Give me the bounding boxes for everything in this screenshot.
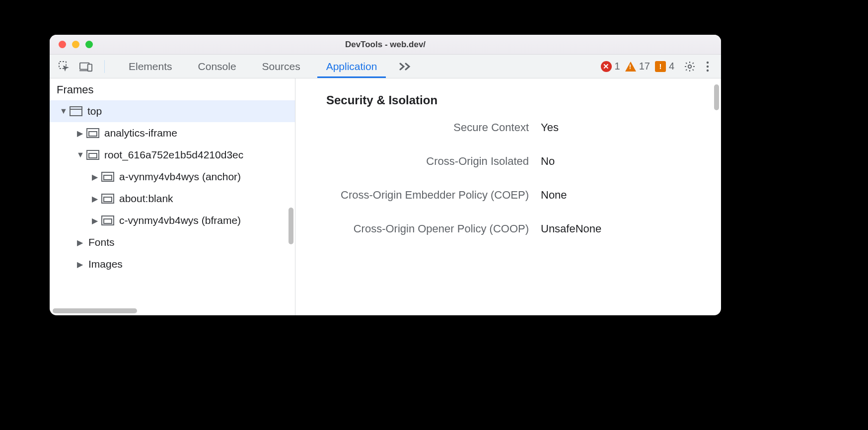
tab-application[interactable]: Application [313, 55, 390, 78]
tab-label: Sources [262, 61, 300, 72]
window-frame-icon [70, 106, 82, 116]
tree-item-top[interactable]: ▼ top [50, 100, 295, 122]
frames-sidebar: Frames ▼ top ▶ analytics-iframe [50, 78, 295, 315]
tree-item-fonts[interactable]: ▶ Fonts [50, 231, 295, 253]
traffic-lights [50, 41, 93, 48]
kv-value: No [541, 155, 721, 168]
iframe-icon [86, 128, 99, 138]
tree-item-label: top [87, 105, 102, 117]
tree-item-label: root_616a752e1b5d4210d3ec [104, 149, 243, 161]
disclosure-triangle-icon[interactable]: ▶ [76, 129, 83, 138]
devtools-toolbar: Elements Console Sources Application ✕ 1… [50, 55, 721, 78]
tree-item[interactable]: ▶ analytics-iframe [50, 122, 295, 144]
disclosure-triangle-icon[interactable]: ▶ [91, 216, 98, 225]
disclosure-triangle-icon[interactable]: ▶ [91, 172, 98, 182]
tab-console[interactable]: Console [185, 55, 249, 78]
issues-count: 4 [669, 61, 674, 72]
svg-rect-8 [70, 107, 82, 116]
titlebar: DevTools - web.dev/ [50, 35, 721, 55]
tab-elements[interactable]: Elements [116, 55, 185, 78]
tree-item[interactable]: ▶ about:blank [50, 188, 295, 210]
errors-counter[interactable]: ✕ 1 [601, 61, 620, 72]
svg-point-7 [707, 69, 709, 71]
svg-point-4 [688, 65, 691, 68]
frames-tree: ▼ top ▶ analytics-iframe ▼ [50, 100, 295, 275]
disclosure-triangle-icon[interactable]: ▼ [60, 107, 67, 116]
svg-rect-11 [89, 132, 97, 136]
tree-item-images[interactable]: ▶ Images [50, 253, 295, 275]
tree-item[interactable]: ▼ root_616a752e1b5d4210d3ec [50, 144, 295, 166]
disclosure-triangle-icon[interactable]: ▶ [91, 194, 98, 204]
panel-tabs: Elements Console Sources Application [116, 55, 390, 78]
settings-icon[interactable] [683, 60, 696, 73]
iframe-icon [101, 215, 114, 225]
iframe-icon [101, 172, 114, 182]
issue-icon: ! [655, 61, 666, 72]
kv-key: Cross-Origin Embedder Policy (COEP) [295, 189, 529, 202]
tab-label: Console [198, 61, 236, 72]
kv-value: None [541, 189, 721, 202]
sidebar-horizontal-scrollbar[interactable] [53, 308, 137, 313]
svg-point-6 [707, 65, 709, 67]
svg-point-5 [707, 61, 709, 63]
zoom-window-button[interactable] [85, 41, 93, 48]
tree-item-label: Images [88, 258, 123, 270]
disclosure-triangle-icon[interactable]: ▼ [76, 150, 83, 159]
svg-rect-17 [104, 197, 112, 202]
errors-count: 1 [615, 61, 620, 72]
window-title: DevTools - web.dev/ [50, 40, 721, 50]
section-heading: Security & Isolation [295, 93, 721, 121]
panel-body: Frames ▼ top ▶ analytics-iframe [50, 78, 721, 315]
iframe-icon [86, 150, 99, 160]
toolbar-separator [104, 60, 105, 73]
tree-item[interactable]: ▶ c-vynmy4vb4wys (bframe) [50, 210, 295, 231]
kebab-menu-icon[interactable] [701, 60, 714, 73]
security-isolation-table: Secure Context Yes Cross-Origin Isolated… [295, 121, 721, 235]
disclosure-triangle-icon[interactable]: ▶ [76, 260, 83, 269]
tab-sources[interactable]: Sources [249, 55, 313, 78]
frame-details: Security & Isolation Secure Context Yes … [295, 78, 721, 315]
tree-item-label: analytics-iframe [104, 127, 177, 139]
svg-rect-15 [104, 175, 112, 180]
kv-value: UnsafeNone [541, 222, 721, 235]
tree-item-label: c-vynmy4vb4wys (bframe) [119, 215, 241, 226]
svg-rect-3 [88, 64, 92, 71]
inspect-element-icon[interactable] [58, 60, 71, 73]
tree-item-label: a-vynmy4vb4wys (anchor) [119, 171, 241, 183]
tree-item-label: about:blank [119, 193, 173, 205]
main-vertical-scrollbar[interactable] [714, 84, 719, 110]
svg-rect-13 [89, 153, 97, 158]
warnings-counter[interactable]: 17 [625, 61, 650, 72]
warning-icon [625, 62, 636, 72]
kv-key: Cross-Origin Opener Policy (COOP) [295, 222, 529, 235]
close-window-button[interactable] [59, 41, 66, 48]
sidebar-vertical-scrollbar[interactable] [289, 208, 293, 244]
tree-item[interactable]: ▶ a-vynmy4vb4wys (anchor) [50, 166, 295, 188]
svg-rect-19 [104, 219, 112, 223]
minimize-window-button[interactable] [72, 41, 79, 48]
iframe-icon [101, 194, 114, 204]
devtools-window: DevTools - web.dev/ Elements Console [50, 35, 721, 315]
warnings-count: 17 [639, 61, 650, 72]
kv-key: Cross-Origin Isolated [295, 155, 529, 168]
kv-value: Yes [541, 121, 721, 134]
disclosure-triangle-icon[interactable]: ▶ [76, 238, 83, 247]
error-icon: ✕ [601, 61, 612, 72]
sidebar-heading: Frames [50, 78, 295, 100]
tree-item-label: Fonts [88, 236, 115, 248]
issues-counter[interactable]: ! 4 [655, 61, 674, 72]
tab-label: Elements [129, 61, 172, 72]
more-tabs-button[interactable] [390, 55, 421, 78]
device-toolbar-icon[interactable] [79, 60, 92, 73]
kv-key: Secure Context [295, 121, 529, 134]
tab-label: Application [326, 61, 377, 72]
